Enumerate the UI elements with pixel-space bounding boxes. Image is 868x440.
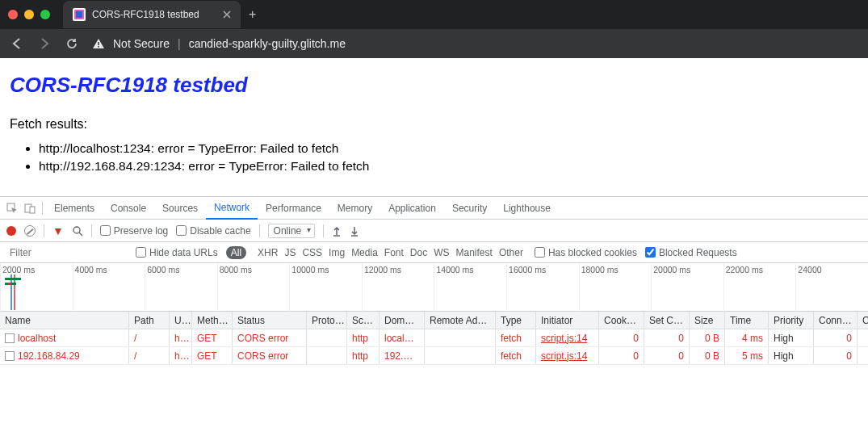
address-bar: Not Secure | candied-sparkly-guilty.glit…	[0, 29, 868, 58]
clear-button[interactable]	[24, 225, 36, 237]
initiator-link[interactable]: script.js:14	[541, 350, 587, 362]
upload-icon[interactable]	[332, 225, 342, 237]
inspect-icon[interactable]	[6, 203, 21, 214]
result-item: http://localhost:1234: error = TypeError…	[39, 141, 858, 156]
column-header[interactable]: Cac…	[858, 312, 868, 329]
download-icon[interactable]	[350, 225, 359, 237]
security-status: Not Secure	[113, 37, 170, 50]
filter-type-doc[interactable]: Doc	[410, 247, 427, 258]
warning-icon	[92, 38, 105, 49]
devtools-tab-security[interactable]: Security	[444, 197, 495, 220]
filter-type-img[interactable]: Img	[329, 247, 345, 258]
network-table-body: localhost/h…GETCORS errorhttplocal…fetch…	[0, 329, 868, 365]
network-table-header[interactable]: NamePathU…Meth…StatusProto…Sc…Dom…Remote…	[0, 312, 868, 329]
search-icon[interactable]	[72, 225, 83, 237]
column-header[interactable]: Time	[725, 312, 769, 329]
timeline-tick: 12000 ms	[362, 263, 434, 312]
forward-button[interactable]	[37, 37, 52, 50]
devtools-tab-application[interactable]: Application	[380, 197, 444, 220]
disable-cache-checkbox[interactable]: Disable cache	[176, 225, 250, 237]
network-toolbar: ▼ Preserve log Disable cache Online	[0, 220, 868, 242]
filter-input[interactable]	[6, 245, 128, 260]
devtools-tab-console[interactable]: Console	[103, 197, 154, 220]
column-header[interactable]: Cook…	[599, 312, 644, 329]
browser-tab[interactable]: CORS-RFC1918 testbed	[63, 1, 241, 28]
filter-type-other[interactable]: Other	[499, 247, 523, 258]
hide-data-urls-checkbox[interactable]: Hide data URLs	[136, 247, 218, 258]
devtools-tab-elements[interactable]: Elements	[46, 197, 103, 220]
column-header[interactable]: Initiator	[536, 312, 599, 329]
filter-toggle-icon[interactable]: ▼	[52, 224, 64, 237]
timeline-tick: 6000 ms	[145, 263, 217, 312]
column-header[interactable]: Proto…	[307, 312, 347, 329]
column-header[interactable]: Conn…	[814, 312, 858, 329]
column-header[interactable]: Priority	[769, 312, 814, 329]
devtools-tab-memory[interactable]: Memory	[329, 197, 380, 220]
new-tab-button[interactable]: +	[249, 7, 256, 22]
network-row[interactable]: 192.168.84.29/h…GETCORS errorhttp192.…fe…	[0, 347, 868, 365]
svg-rect-2	[76, 11, 82, 18]
filter-type-media[interactable]: Media	[351, 247, 378, 258]
svg-rect-4	[98, 46, 99, 48]
filter-type-manifest[interactable]: Manifest	[456, 247, 493, 258]
window-titlebar: CORS-RFC1918 testbed +	[0, 0, 868, 29]
svg-rect-13	[8, 283, 11, 285]
reload-button[interactable]	[65, 37, 79, 50]
filter-all[interactable]: All	[226, 246, 246, 259]
timeline-tick: 4000 ms	[73, 263, 145, 312]
initiator-link[interactable]: script.js:14	[541, 333, 587, 344]
column-header[interactable]: Path	[129, 312, 170, 329]
filter-type-ws[interactable]: WS	[434, 247, 449, 258]
column-header[interactable]: Dom…	[379, 312, 425, 329]
filter-type-css[interactable]: CSS	[302, 247, 322, 258]
column-header[interactable]: Status	[233, 312, 307, 329]
column-header[interactable]: Meth…	[192, 312, 233, 329]
column-header[interactable]: Set C…	[644, 312, 690, 329]
column-header[interactable]: U…	[170, 312, 192, 329]
back-button[interactable]	[10, 37, 24, 50]
filter-type-xhr[interactable]: XHR	[258, 247, 278, 258]
network-timeline[interactable]: 2000 ms4000 ms6000 ms8000 ms10000 ms1200…	[0, 263, 868, 312]
column-header[interactable]: Sc…	[347, 312, 379, 329]
devtools-tab-sources[interactable]: Sources	[154, 197, 206, 220]
waterfall-marks	[5, 274, 37, 310]
timeline-tick: 22000 ms	[723, 263, 796, 312]
column-header[interactable]: Remote Ad…	[425, 312, 496, 329]
device-toggle-icon[interactable]	[24, 203, 39, 214]
window-close-button[interactable]	[8, 10, 18, 19]
filter-types: XHRJSCSSImgMediaFontDocWSManifestOther	[254, 247, 526, 258]
svg-rect-3	[98, 42, 99, 45]
devtools-tab-lighthouse[interactable]: Lighthouse	[495, 197, 559, 220]
filter-type-js[interactable]: JS	[284, 247, 296, 258]
url-field[interactable]: Not Secure | candied-sparkly-guilty.glit…	[92, 37, 346, 50]
column-header[interactable]: Type	[496, 312, 536, 329]
filter-type-font[interactable]: Font	[384, 247, 404, 258]
svg-point-8	[73, 227, 80, 233]
tab-title: CORS-RFC1918 testbed	[92, 9, 199, 20]
throttling-select[interactable]: Online	[268, 224, 316, 238]
window-zoom-button[interactable]	[40, 10, 50, 19]
favicon-icon	[73, 8, 86, 21]
devtools-tab-performance[interactable]: Performance	[258, 197, 329, 220]
page-content: CORS-RFC1918 testbed Fetch results: http…	[0, 58, 868, 196]
timeline-tick: 20000 ms	[651, 263, 723, 312]
result-item: http://192.168.84.29:1234: error = TypeE…	[39, 159, 858, 174]
has-blocked-cookies-checkbox[interactable]: Has blocked cookies	[535, 247, 637, 258]
devtools-tabs: ElementsConsoleSourcesNetworkPerformance…	[0, 197, 868, 220]
network-row[interactable]: localhost/h…GETCORS errorhttplocal…fetch…	[0, 329, 868, 347]
timeline-tick: 10000 ms	[289, 263, 362, 312]
window-minimize-button[interactable]	[24, 10, 34, 19]
column-header[interactable]: Size	[690, 312, 725, 329]
blocked-requests-checkbox[interactable]: Blocked Requests	[645, 247, 737, 258]
url-text: candied-sparkly-guilty.glitch.me	[189, 37, 346, 50]
svg-rect-7	[30, 207, 35, 213]
tab-close-button[interactable]	[223, 10, 231, 19]
preserve-log-checkbox[interactable]: Preserve log	[100, 225, 168, 237]
devtools-tab-network[interactable]: Network	[206, 197, 258, 220]
page-title: CORS-RFC1918 testbed	[10, 73, 858, 98]
devtools-panel: ElementsConsoleSourcesNetworkPerformance…	[0, 196, 868, 365]
record-button[interactable]	[6, 226, 16, 236]
timeline-tick: 14000 ms	[434, 263, 506, 312]
column-header[interactable]: Name	[0, 312, 129, 329]
fetch-results-heading: Fetch results:	[10, 117, 858, 132]
